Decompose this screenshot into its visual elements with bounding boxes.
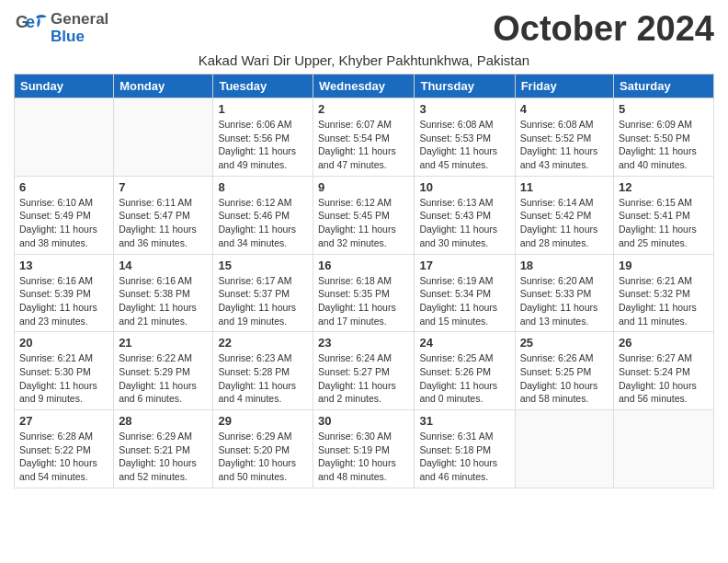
- day-number: 20: [19, 336, 108, 350]
- day-info: Sunrise: 6:25 AMSunset: 5:26 PMDaylight:…: [419, 351, 509, 406]
- day-cell: 3Sunrise: 6:08 AMSunset: 5:53 PMDaylight…: [415, 98, 515, 177]
- day-info: Sunrise: 6:12 AMSunset: 5:46 PMDaylight:…: [218, 196, 308, 250]
- day-number: 25: [520, 336, 609, 350]
- page-container: G e General Blue October 2024 Kakad Wari…: [0, 0, 728, 498]
- day-number: 4: [520, 102, 609, 116]
- day-cell: [614, 410, 714, 488]
- day-info: Sunrise: 6:29 AMSunset: 5:20 PMDaylight:…: [218, 430, 308, 484]
- day-number: 1: [218, 102, 308, 116]
- day-info: Sunrise: 6:08 AMSunset: 5:52 PMDaylight:…: [520, 118, 609, 172]
- day-cell: 28Sunrise: 6:29 AMSunset: 5:21 PMDayligh…: [114, 410, 213, 488]
- day-cell: 1Sunrise: 6:06 AMSunset: 5:56 PMDaylight…: [213, 98, 313, 177]
- day-number: 18: [520, 259, 609, 272]
- day-cell: 14Sunrise: 6:16 AMSunset: 5:38 PMDayligh…: [114, 254, 213, 332]
- week-row-4: 20Sunrise: 6:21 AMSunset: 5:30 PMDayligh…: [15, 332, 714, 410]
- day-cell: 29Sunrise: 6:29 AMSunset: 5:20 PMDayligh…: [213, 410, 313, 488]
- day-number: 22: [218, 336, 308, 350]
- header-cell-friday: Friday: [515, 75, 613, 98]
- day-number: 10: [419, 180, 509, 194]
- day-info: Sunrise: 6:30 AMSunset: 5:19 PMDaylight:…: [318, 430, 409, 484]
- header-cell-thursday: Thursday: [415, 75, 515, 98]
- day-number: 21: [119, 336, 208, 350]
- day-cell: 4Sunrise: 6:08 AMSunset: 5:52 PMDaylight…: [515, 98, 613, 177]
- day-number: 3: [419, 102, 509, 116]
- day-cell: 10Sunrise: 6:13 AMSunset: 5:43 PMDayligh…: [415, 176, 515, 254]
- day-info: Sunrise: 6:08 AMSunset: 5:53 PMDaylight:…: [419, 118, 509, 172]
- day-number: 26: [619, 336, 709, 350]
- day-cell: 24Sunrise: 6:25 AMSunset: 5:26 PMDayligh…: [415, 332, 515, 410]
- day-info: Sunrise: 6:11 AMSunset: 5:47 PMDaylight:…: [119, 196, 208, 250]
- logo-text: General Blue: [51, 11, 108, 45]
- day-cell: 15Sunrise: 6:17 AMSunset: 5:37 PMDayligh…: [213, 254, 313, 332]
- logo-blue: Blue: [51, 29, 108, 46]
- day-cell: 2Sunrise: 6:07 AMSunset: 5:54 PMDaylight…: [313, 98, 415, 177]
- day-cell: 22Sunrise: 6:23 AMSunset: 5:28 PMDayligh…: [213, 332, 313, 410]
- logo-icon: G e: [14, 9, 49, 48]
- day-info: Sunrise: 6:16 AMSunset: 5:38 PMDaylight:…: [119, 274, 208, 328]
- day-number: 2: [318, 102, 409, 116]
- day-cell: 9Sunrise: 6:12 AMSunset: 5:45 PMDaylight…: [313, 176, 415, 254]
- day-number: 30: [318, 414, 409, 428]
- header-cell-monday: Monday: [114, 75, 213, 98]
- day-info: Sunrise: 6:14 AMSunset: 5:42 PMDaylight:…: [520, 196, 609, 250]
- day-info: Sunrise: 6:28 AMSunset: 5:22 PMDaylight:…: [19, 430, 108, 484]
- day-info: Sunrise: 6:12 AMSunset: 5:45 PMDaylight:…: [318, 196, 409, 250]
- day-cell: 18Sunrise: 6:20 AMSunset: 5:33 PMDayligh…: [515, 254, 613, 332]
- day-number: 31: [419, 414, 509, 428]
- day-info: Sunrise: 6:07 AMSunset: 5:54 PMDaylight:…: [318, 118, 409, 172]
- header-cell-sunday: Sunday: [15, 75, 114, 98]
- logo: G e General Blue: [14, 9, 108, 48]
- day-cell: 31Sunrise: 6:31 AMSunset: 5:18 PMDayligh…: [415, 410, 515, 488]
- day-info: Sunrise: 6:31 AMSunset: 5:18 PMDaylight:…: [419, 430, 509, 484]
- week-row-3: 13Sunrise: 6:16 AMSunset: 5:39 PMDayligh…: [15, 254, 714, 332]
- day-cell: 27Sunrise: 6:28 AMSunset: 5:22 PMDayligh…: [15, 410, 114, 488]
- day-cell: 7Sunrise: 6:11 AMSunset: 5:47 PMDaylight…: [114, 176, 213, 254]
- day-cell: 20Sunrise: 6:21 AMSunset: 5:30 PMDayligh…: [15, 332, 114, 410]
- week-row-5: 27Sunrise: 6:28 AMSunset: 5:22 PMDayligh…: [15, 410, 714, 488]
- day-info: Sunrise: 6:21 AMSunset: 5:32 PMDaylight:…: [619, 274, 709, 328]
- day-cell: [15, 98, 114, 177]
- day-cell: 13Sunrise: 6:16 AMSunset: 5:39 PMDayligh…: [15, 254, 114, 332]
- day-number: 17: [419, 259, 509, 272]
- day-cell: 11Sunrise: 6:14 AMSunset: 5:42 PMDayligh…: [515, 176, 613, 254]
- header-cell-tuesday: Tuesday: [213, 75, 313, 98]
- day-cell: [515, 410, 613, 488]
- calendar-table: SundayMondayTuesdayWednesdayThursdayFrid…: [14, 74, 714, 488]
- day-cell: 6Sunrise: 6:10 AMSunset: 5:49 PMDaylight…: [15, 176, 114, 254]
- day-number: 5: [619, 102, 709, 116]
- day-number: 13: [19, 259, 108, 272]
- day-number: 7: [119, 180, 208, 194]
- day-info: Sunrise: 6:19 AMSunset: 5:34 PMDaylight:…: [419, 274, 509, 328]
- day-number: 11: [520, 180, 609, 194]
- day-cell: 17Sunrise: 6:19 AMSunset: 5:34 PMDayligh…: [415, 254, 515, 332]
- day-info: Sunrise: 6:15 AMSunset: 5:41 PMDaylight:…: [619, 196, 709, 250]
- day-cell: 5Sunrise: 6:09 AMSunset: 5:50 PMDaylight…: [614, 98, 714, 177]
- day-info: Sunrise: 6:18 AMSunset: 5:35 PMDaylight:…: [318, 274, 409, 328]
- day-number: 19: [619, 259, 709, 272]
- day-info: Sunrise: 6:26 AMSunset: 5:25 PMDaylight:…: [520, 351, 609, 406]
- day-cell: 30Sunrise: 6:30 AMSunset: 5:19 PMDayligh…: [313, 410, 415, 488]
- day-info: Sunrise: 6:10 AMSunset: 5:49 PMDaylight:…: [19, 196, 108, 250]
- day-info: Sunrise: 6:22 AMSunset: 5:29 PMDaylight:…: [119, 351, 208, 406]
- day-info: Sunrise: 6:20 AMSunset: 5:33 PMDaylight:…: [520, 274, 609, 328]
- svg-text:e: e: [26, 13, 35, 31]
- location-title: Kakad Wari Dir Upper, Khyber Pakhtunkhwa…: [14, 52, 714, 68]
- day-number: 12: [619, 180, 709, 194]
- day-number: 28: [119, 414, 208, 428]
- day-cell: 19Sunrise: 6:21 AMSunset: 5:32 PMDayligh…: [614, 254, 714, 332]
- day-cell: 12Sunrise: 6:15 AMSunset: 5:41 PMDayligh…: [614, 176, 714, 254]
- day-info: Sunrise: 6:17 AMSunset: 5:37 PMDaylight:…: [218, 274, 308, 328]
- day-cell: 23Sunrise: 6:24 AMSunset: 5:27 PMDayligh…: [313, 332, 415, 410]
- day-number: 9: [318, 180, 409, 194]
- day-info: Sunrise: 6:29 AMSunset: 5:21 PMDaylight:…: [119, 430, 208, 484]
- calendar-body: 1Sunrise: 6:06 AMSunset: 5:56 PMDaylight…: [15, 98, 714, 488]
- day-cell: [114, 98, 213, 177]
- day-number: 27: [19, 414, 108, 428]
- day-info: Sunrise: 6:06 AMSunset: 5:56 PMDaylight:…: [218, 118, 308, 172]
- week-row-2: 6Sunrise: 6:10 AMSunset: 5:49 PMDaylight…: [15, 176, 714, 254]
- day-number: 14: [119, 259, 208, 272]
- day-cell: 8Sunrise: 6:12 AMSunset: 5:46 PMDaylight…: [213, 176, 313, 254]
- month-title: October 2024: [493, 9, 714, 49]
- day-number: 6: [19, 180, 108, 194]
- day-info: Sunrise: 6:13 AMSunset: 5:43 PMDaylight:…: [419, 196, 509, 250]
